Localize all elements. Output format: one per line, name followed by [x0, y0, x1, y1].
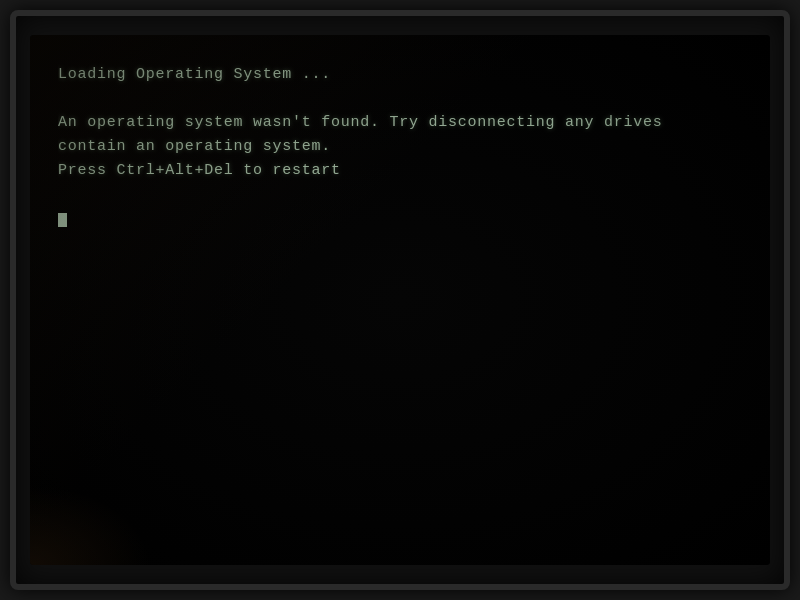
- blinking-cursor: [58, 213, 67, 227]
- empty-line: [58, 87, 760, 111]
- error-line-1: An operating system wasn't found. Try di…: [58, 111, 760, 135]
- cursor-line: [58, 207, 760, 231]
- monitor: Loading Operating System ... An operatin…: [10, 10, 790, 590]
- corner-tinge: [30, 485, 150, 565]
- error-line-2: contain an operating system.: [58, 135, 760, 159]
- bios-output: Loading Operating System ... An operatin…: [58, 63, 760, 231]
- restart-line: Press Ctrl+Alt+Del to restart: [58, 159, 760, 183]
- loading-line: Loading Operating System ...: [58, 63, 760, 87]
- empty-line-2: [58, 183, 760, 207]
- bios-screen: Loading Operating System ... An operatin…: [30, 35, 770, 565]
